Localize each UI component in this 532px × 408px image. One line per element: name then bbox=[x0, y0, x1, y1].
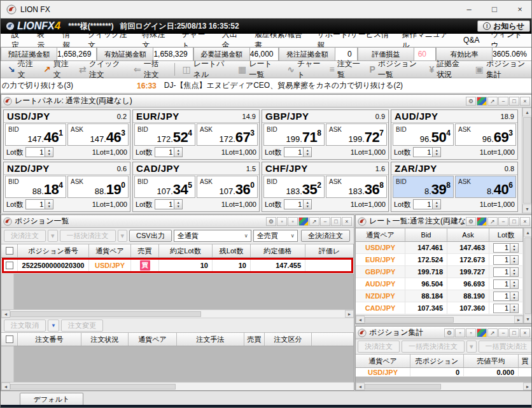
close-icon[interactable]: × bbox=[520, 97, 530, 106]
lot-stepper[interactable]: 1▴▾ bbox=[413, 147, 441, 157]
bid-quote-button[interactable]: BID96.504 bbox=[393, 123, 454, 146]
ask[interactable]: 147.463 bbox=[447, 242, 489, 253]
menu-view[interactable]: 表示 bbox=[31, 34, 57, 46]
bid[interactable]: 96.504 bbox=[405, 278, 447, 290]
lot-stepper[interactable]: 1▴▾ bbox=[493, 292, 519, 301]
maximize-icon[interactable]: □ bbox=[509, 97, 519, 106]
stepper-arrows-icon[interactable]: ▴▾ bbox=[510, 304, 518, 313]
bid[interactable]: 88.184 bbox=[405, 290, 447, 302]
close-order-dropdown[interactable]: ▾ bbox=[48, 230, 58, 242]
rate-row-eurjpy[interactable]: EUR/JPY 172.524 172.673 1▴▾ bbox=[356, 254, 523, 266]
col-buy[interactable]: 買 bbox=[519, 355, 532, 367]
rate-panel-vertical-scrollbar[interactable]: ▴ ▾ bbox=[522, 108, 532, 213]
stepper-arrows-icon[interactable]: ▴▾ bbox=[510, 244, 518, 252]
palette-icon[interactable] bbox=[477, 97, 487, 106]
bid-quote-button[interactable]: BID107.345 bbox=[134, 176, 195, 198]
select-all-cell[interactable] bbox=[1, 333, 18, 346]
csv-export-button[interactable]: CSV出力 bbox=[129, 230, 172, 242]
lot-stepper[interactable]: 1▴▾ bbox=[155, 147, 183, 157]
stepper-arrows-icon[interactable]: ▴▾ bbox=[432, 200, 440, 209]
position-list-title-bar[interactable]: ポジション一覧 ⚙ ▫ ▫ ↗ − □ × bbox=[1, 215, 354, 228]
ask-quote-button[interactable]: ASK88.190 bbox=[67, 176, 129, 198]
maximize-icon[interactable]: □ bbox=[331, 217, 341, 226]
col-side[interactable]: 売買 bbox=[244, 333, 265, 346]
scroll-up-icon[interactable]: ▴ bbox=[522, 108, 532, 116]
rate-row-gbpjpy[interactable]: GBP/JPY 199.718 199.727 1▴▾ bbox=[356, 266, 523, 278]
rate-row-nzdjpy[interactable]: NZD/JPY 88.184 88.190 1▴▾ bbox=[356, 290, 523, 302]
col-order-type[interactable]: 注文区分 bbox=[265, 333, 312, 346]
bulk-close-dropdown[interactable]: ▾ bbox=[118, 230, 128, 242]
stepper-arrows-icon[interactable]: ▴▾ bbox=[174, 148, 182, 157]
position-summary-title-bar[interactable]: ポジション集計 ⚙ ▫ ▫ ↗ − □ × bbox=[356, 327, 532, 339]
scrollbar-thumb[interactable] bbox=[365, 384, 441, 390]
close-order-button[interactable]: 決済注文 bbox=[4, 230, 46, 242]
maximize-icon[interactable]: □ bbox=[509, 328, 519, 337]
close-order-button[interactable]: 決済注文 bbox=[358, 341, 400, 353]
lot-stepper[interactable]: 1▴▾ bbox=[493, 255, 519, 265]
menu-history-reports[interactable]: 履歴検索/報告書 bbox=[249, 34, 311, 46]
minimize-icon[interactable]: − bbox=[320, 217, 330, 226]
col-price[interactable]: 約定価格 bbox=[251, 244, 305, 257]
palette-icon[interactable] bbox=[477, 328, 487, 337]
ask-quote-button[interactable]: ASK8.406 bbox=[455, 176, 516, 198]
scroll-down-icon[interactable]: ▾ bbox=[524, 314, 532, 323]
minimize-icon[interactable]: − bbox=[498, 328, 508, 337]
quick-order-button[interactable]: ⇄クイック注文 bbox=[74, 62, 129, 77]
lot-stepper[interactable]: 1▴▾ bbox=[413, 199, 441, 209]
row-checkbox-cell[interactable] bbox=[1, 258, 18, 273]
layout-icon[interactable]: ▫ bbox=[455, 328, 465, 337]
close-icon[interactable]: × bbox=[342, 217, 352, 226]
sell-order-button[interactable]: ↘売注文 bbox=[3, 62, 39, 77]
stepper-arrows-icon[interactable]: ▴▾ bbox=[45, 200, 53, 209]
col-remaining[interactable]: 残Lot数 bbox=[213, 244, 251, 257]
menu-window[interactable]: ウィンドウ bbox=[485, 34, 532, 46]
popout-icon[interactable]: ↗ bbox=[487, 217, 498, 226]
minimize-icon[interactable]: – bbox=[456, 1, 482, 18]
scroll-left-icon[interactable]: ◂ bbox=[1, 383, 10, 390]
rate-list-horizontal-scrollbar[interactable]: ◂ ▸ bbox=[356, 315, 523, 323]
rate-row-usdjpy[interactable]: USD/JPY 147.461 147.463 1▴▾ bbox=[356, 242, 523, 254]
rate-list-title-bar[interactable]: レート一覧:通常注文(両建なし) ⚙ ↗ − □ × bbox=[356, 215, 532, 228]
close-icon[interactable]: × bbox=[507, 1, 532, 18]
rate-panel-button[interactable]: ◫レートパネル bbox=[178, 62, 234, 77]
bid[interactable]: 147.461 bbox=[405, 242, 447, 253]
layers-icon[interactable]: ▫ bbox=[288, 217, 298, 226]
lot-stepper[interactable]: 1▴▾ bbox=[25, 147, 53, 157]
lot-stepper[interactable]: 1▴▾ bbox=[284, 147, 312, 157]
stepper-arrows-icon[interactable]: ▴▾ bbox=[174, 200, 182, 209]
bid-quote-button[interactable]: BID8.398 bbox=[393, 176, 454, 198]
gear-icon[interactable]: ⚙ bbox=[466, 217, 476, 226]
rate-row-audjpy[interactable]: AUD/JPY 96.504 96.693 1▴▾ bbox=[356, 278, 523, 290]
order-list-button[interactable]: ≡注文一覧 bbox=[325, 62, 365, 77]
tab-default[interactable]: デフォルト bbox=[20, 393, 83, 405]
scrollbar-thumb[interactable] bbox=[365, 317, 454, 323]
modify-order-button[interactable]: 注文変更 bbox=[61, 320, 103, 332]
col-order-status[interactable]: 注文状況 bbox=[81, 333, 129, 346]
gear-icon[interactable]: ⚙ bbox=[266, 217, 276, 226]
select-all-checkbox[interactable] bbox=[6, 247, 13, 255]
col-eval[interactable]: 評価レ bbox=[305, 244, 354, 257]
bid-quote-button[interactable]: BID147.461 bbox=[5, 123, 66, 146]
scrollbar-thumb[interactable] bbox=[10, 311, 201, 317]
bid-quote-button[interactable]: BID88.184 bbox=[5, 176, 66, 198]
side-filter-select[interactable]: 全売買∨ bbox=[253, 230, 298, 242]
menu-quick-order[interactable]: クイック注文 bbox=[82, 34, 136, 46]
menu-settings[interactable]: 設定 bbox=[6, 34, 31, 46]
maximize-icon[interactable]: □ bbox=[482, 1, 507, 18]
menu-support[interactable]: サポート/サービス情報 bbox=[311, 34, 396, 46]
rate-row-cadjpy[interactable]: CAD/JPY 107.345 107.360 1▴▾ bbox=[356, 302, 523, 314]
lot-stepper[interactable]: 1▴▾ bbox=[493, 267, 519, 277]
lot-stepper[interactable]: 1▴▾ bbox=[155, 199, 183, 209]
ask[interactable]: 96.693 bbox=[447, 278, 489, 290]
layout-icon[interactable]: ▫ bbox=[277, 217, 287, 226]
stepper-arrows-icon[interactable]: ▴▾ bbox=[510, 268, 518, 276]
col-order-id[interactable]: 注文番号 bbox=[18, 333, 81, 346]
popout-icon[interactable]: ↗ bbox=[487, 328, 498, 337]
cancel-order-dropdown[interactable]: ▼ bbox=[48, 320, 59, 332]
bid[interactable]: 172.524 bbox=[405, 254, 447, 265]
ask[interactable]: 172.673 bbox=[447, 254, 489, 265]
news-ticker[interactable]: の力で切り抜ける(3) 16:33 DJ-【焦点】エヌビディアCEO、貿易摩擦を… bbox=[1, 78, 532, 94]
lot-stepper[interactable]: 1▴▾ bbox=[284, 199, 312, 209]
scroll-up-icon[interactable]: ▴ bbox=[524, 228, 532, 237]
bid[interactable]: 107.345 bbox=[405, 302, 447, 314]
